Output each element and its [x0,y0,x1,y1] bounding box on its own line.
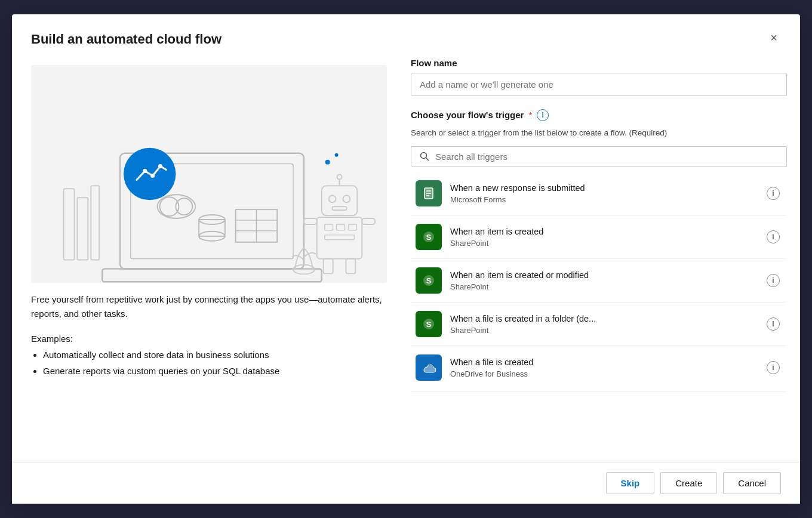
trigger-item-forms-response[interactable]: When a new response is submitted Microso… [411,172,787,215]
trigger-info-circle-forms: i [767,187,780,200]
dialog-footer: Skip Create Cancel [12,462,800,504]
trigger-info-sp-file-folder: When a file is created in a folder (de..… [450,313,756,335]
trigger-source-forms-response: Microsoft Forms [450,195,756,204]
trigger-info-btn-sp-modified[interactable]: i [764,272,782,289]
example-item: Generate reports via custom queries on y… [43,363,387,379]
trigger-name-forms-response: When a new response is submitted [450,183,756,194]
trigger-item-sharepoint-created[interactable]: S When an item is created SharePoint i [411,215,787,259]
svg-text:S: S [426,320,432,329]
skip-button[interactable]: Skip [606,472,655,494]
svg-rect-33 [324,258,333,273]
svg-line-39 [426,158,429,161]
trigger-list: When a new response is submitted Microso… [411,172,787,392]
trigger-info-btn-sp-created[interactable]: i [764,228,782,246]
sharepoint-icon-2: S [416,267,442,294]
svg-point-21 [329,195,336,202]
svg-text:S: S [426,276,432,285]
trigger-info-circle-onedrive: i [767,361,780,374]
flow-name-input[interactable] [411,73,787,96]
svg-rect-23 [333,206,347,210]
svg-rect-29 [348,224,356,230]
trigger-source-sp-created: SharePoint [450,239,756,248]
search-box [411,146,787,167]
illustration [31,65,387,283]
onedrive-icon [416,354,442,381]
right-scroll-area[interactable]: Flow name Choose your flow's trigger * i… [411,58,791,462]
svg-rect-20 [322,186,358,215]
svg-rect-1 [77,198,88,260]
sharepoint-icon-1: S [416,224,442,250]
trigger-name-onedrive-file: When a file is created [450,357,756,368]
trigger-item-onedrive-file[interactable]: When a file is created OneDrive for Busi… [411,346,787,392]
examples-list: Automatically collect and store data in … [43,347,387,379]
right-panel: Flow name Choose your flow's trigger * i… [406,58,800,462]
trigger-info-sp-created-modified: When an item is created or modified Shar… [450,270,756,291]
dialog-body: Free yourself from repetitive work just … [12,48,800,462]
search-icon [420,152,429,161]
cancel-button[interactable]: Cancel [723,472,781,494]
trigger-item-sharepoint-file-folder[interactable]: S When a file is created in a folder (de… [411,303,787,346]
svg-point-25 [337,174,342,179]
svg-rect-31 [304,218,317,224]
svg-rect-4 [102,269,322,282]
trigger-info-onedrive-file: When a file is created OneDrive for Busi… [450,357,756,378]
search-triggers-input[interactable] [435,152,778,162]
required-star: * [528,110,532,120]
dialog: Build an automated cloud flow × [12,14,800,504]
svg-rect-30 [325,235,355,239]
create-button[interactable]: Create [660,472,717,494]
trigger-item-sharepoint-created-modified[interactable]: S When an item is created or modified Sh… [411,259,787,303]
trigger-name-sp-file-folder: When a file is created in a folder (de..… [450,313,756,325]
svg-point-22 [343,195,350,202]
svg-point-17 [143,169,147,173]
left-examples: Examples: Automatically collect and stor… [31,331,387,379]
trigger-info-circle-sp-created: i [767,230,780,243]
trigger-info-btn-forms-response[interactable]: i [764,184,782,202]
trigger-info-circle-sp-modified: i [767,274,780,287]
svg-rect-2 [91,186,99,260]
svg-rect-34 [346,258,355,273]
info-icon[interactable]: i [537,109,549,121]
svg-rect-10 [199,220,225,236]
trigger-source-onedrive-file: OneDrive for Business [450,369,756,378]
examples-label: Examples: [31,334,73,344]
trigger-info-forms-response: When a new response is submitted Microso… [450,183,756,204]
trigger-info-sp-created: When an item is created SharePoint [450,226,756,248]
svg-text:S: S [426,233,432,242]
left-panel: Free yourself from repetitive work just … [12,58,406,462]
svg-rect-26 [317,217,362,259]
forms-icon [416,180,442,206]
dialog-header: Build an automated cloud flow × [12,14,800,48]
trigger-name-sp-created-modified: When an item is created or modified [450,270,756,281]
svg-rect-28 [337,224,345,230]
svg-point-37 [335,153,339,156]
trigger-info-circle-sp-file-folder: i [767,317,780,331]
svg-point-18 [150,174,155,178]
trigger-source-sp-created-modified: SharePoint [450,282,756,291]
left-description: Free yourself from repetitive work just … [31,292,387,321]
flow-name-label: Flow name [411,58,787,68]
trigger-hint: Search or select a trigger from the list… [411,127,787,139]
svg-point-36 [325,159,330,164]
sharepoint-icon-3: S [416,311,442,337]
svg-rect-32 [362,218,375,224]
trigger-info-btn-onedrive-file[interactable]: i [764,359,782,377]
trigger-source-sp-file-folder: SharePoint [450,326,756,335]
dialog-overlay: Build an automated cloud flow × [0,0,812,518]
dialog-title: Build an automated cloud flow [31,31,222,48]
example-item: Automatically collect and store data in … [43,347,387,363]
svg-rect-0 [64,189,75,260]
svg-rect-27 [325,224,333,230]
trigger-info-btn-sp-file-folder[interactable]: i [764,315,782,333]
trigger-name-sp-created: When an item is created [450,226,756,238]
svg-point-19 [158,164,162,168]
trigger-label-row: Choose your flow's trigger * i [411,109,787,121]
trigger-label: Choose your flow's trigger [411,110,524,120]
close-button[interactable]: × [767,29,781,47]
